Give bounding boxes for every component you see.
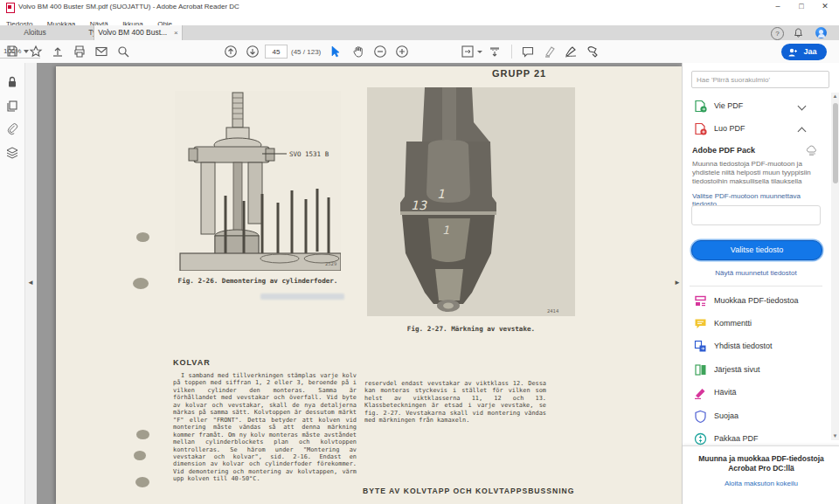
grupp-heading: GRUPP 21 xyxy=(492,68,546,79)
free-trial-link[interactable]: Aloita maksuton kokeilu xyxy=(683,480,839,487)
menu-bar: Tiedosto Muokkaa Näytä Ikkuna Ohje xyxy=(0,14,839,25)
chevron-down-icon xyxy=(24,50,29,53)
window-title: Volvo BM 400 Buster SM.pdf (SUOJATTU) - … xyxy=(18,3,239,10)
next-page-icon[interactable] xyxy=(246,45,260,59)
scroll-down-icon[interactable]: ▼ xyxy=(831,432,839,440)
byte-heading: BYTE AV KOLVTAPP OCH KOLVTAPPSBUSSNING xyxy=(363,487,575,495)
acrobat-pro-promo: Muunna ja muokkaa PDF-tiedostoja Acrobat… xyxy=(683,445,839,504)
fig27-photo-number: 2414 xyxy=(547,308,559,314)
create-pdf-icon xyxy=(694,122,707,135)
collapse-right-icon[interactable]: ► xyxy=(674,279,681,287)
tab-close-icon[interactable]: × xyxy=(174,29,178,37)
fig27-caption: Fig. 2-27. Märkning av vevstake. xyxy=(367,325,575,333)
page-fit-dropdown[interactable] xyxy=(461,45,484,59)
acrobat-app-icon xyxy=(6,3,15,13)
tool-compress-pdf[interactable]: Pakkaa PDF xyxy=(683,429,829,445)
toolbar: (45 / 123) 100% Jaa xyxy=(0,40,839,64)
pdf-pack-icon xyxy=(806,144,817,155)
highlight-icon[interactable] xyxy=(543,45,557,59)
fig26-caption: Fig. 2-26. Demontering av cylinderfoder. xyxy=(175,277,341,285)
pdf-pack-description: Muunna tiedostoja PDF-muotoon ja yhdiste… xyxy=(692,160,823,186)
file-select-input[interactable] xyxy=(691,205,821,225)
fill-sign-icon[interactable] xyxy=(586,45,600,59)
scroll-mode-icon[interactable] xyxy=(488,45,502,59)
tab-aloitus[interactable]: Aloitus xyxy=(9,25,61,40)
select-tool-icon[interactable] xyxy=(328,45,342,59)
sign-icon[interactable] xyxy=(564,45,578,59)
promo-line2: Acrobat Pro DC:llä xyxy=(683,464,839,473)
export-pdf-icon xyxy=(694,100,707,113)
hand-tool-icon[interactable] xyxy=(351,45,365,59)
faint-watermark xyxy=(260,293,344,300)
comment-tool-icon xyxy=(694,317,707,330)
fig26-photo-number: 2529 xyxy=(325,261,336,266)
page-stain xyxy=(133,278,149,289)
bell-icon[interactable] xyxy=(793,27,804,38)
tool-organize-pages[interactable]: Järjestä sivut xyxy=(683,360,829,381)
zoom-level-dropdown[interactable]: 100% xyxy=(0,45,40,59)
search-icon[interactable] xyxy=(116,45,130,59)
organize-pages-icon xyxy=(694,363,707,376)
share-upload-icon[interactable] xyxy=(51,45,65,59)
tool-edit-pdf[interactable]: Muokkaa PDF-tiedostoa xyxy=(683,291,829,312)
combine-files-icon xyxy=(694,340,707,353)
mark-13: 13 xyxy=(411,198,427,212)
panel-scrollbar[interactable]: ▲ ▼ xyxy=(831,93,839,440)
comment-icon[interactable] xyxy=(521,45,535,59)
page-stain xyxy=(136,232,149,242)
layers-icon[interactable] xyxy=(5,146,19,160)
email-icon[interactable] xyxy=(94,45,108,59)
tool-redact[interactable]: Hävitä xyxy=(683,383,829,404)
page-count-label: (45 / 123) xyxy=(291,48,321,56)
page-number-input[interactable] xyxy=(265,45,288,59)
body-column-left: I samband med tillverkningen stämplas va… xyxy=(173,372,357,483)
person-plus-icon xyxy=(787,47,798,58)
left-panel-strip: ◄ xyxy=(25,63,37,504)
tool-comment[interactable]: Kommentti xyxy=(683,314,829,335)
help-icon[interactable]: ? xyxy=(771,27,784,40)
mark-1-cap: 1 xyxy=(442,224,449,237)
scrollbar-thumb[interactable] xyxy=(833,103,838,183)
figure-2-27-photo: 1 13 1 2414 xyxy=(367,87,575,316)
avatar[interactable] xyxy=(815,27,827,38)
compress-pdf-icon xyxy=(694,432,707,445)
zoom-in-icon[interactable] xyxy=(395,45,409,59)
attachments-icon[interactable] xyxy=(5,122,19,136)
svo-tool-label: SVO 1531 B xyxy=(289,150,329,158)
page-stain xyxy=(136,430,149,439)
choose-file-button[interactable]: Valitse tiedosto xyxy=(691,240,822,260)
tool-protect[interactable]: Suojaa xyxy=(683,406,829,427)
title-bar: Volvo BM 400 Buster SM.pdf (SUOJATTU) - … xyxy=(0,0,839,15)
edit-pdf-icon xyxy=(694,294,707,307)
chevron-down-icon xyxy=(798,102,807,111)
page-thumbnails-icon[interactable] xyxy=(5,99,19,113)
view-converted-link[interactable]: Näytä muunnetut tiedostot xyxy=(683,269,829,277)
pdf-pack-title: Adobe PDF Pack xyxy=(692,146,755,155)
tab-document[interactable]: Volvo BM 400 Bust...× xyxy=(94,25,183,40)
security-lock-icon[interactable] xyxy=(5,75,19,89)
tools-search-input[interactable] xyxy=(691,71,829,88)
scroll-up-icon[interactable]: ▲ xyxy=(831,93,839,100)
tab-bar: Aloitus Työkalut Volvo BM 400 Bust...× ? xyxy=(0,25,839,41)
export-pdf-item[interactable]: Vie PDF xyxy=(683,96,829,117)
mark-1-rod: 1 xyxy=(437,187,445,201)
panel-divider xyxy=(690,286,822,287)
left-rail xyxy=(0,63,25,504)
chevron-up-icon xyxy=(798,128,807,136)
minimize-button[interactable]: – xyxy=(767,0,788,13)
document-viewer[interactable]: GRUPP 21 xyxy=(37,63,682,504)
close-button[interactable]: ✕ xyxy=(815,0,836,13)
create-pdf-item[interactable]: Luo PDF xyxy=(683,119,829,140)
zoom-out-icon[interactable] xyxy=(373,45,387,59)
promo-line1: Muunna ja muokkaa PDF-tiedostoja xyxy=(683,454,839,463)
maximize-button[interactable]: □ xyxy=(791,0,812,13)
kolvar-heading: KOLVAR xyxy=(173,358,211,367)
body-column-right: reservdel endast vevstakar av viktklass … xyxy=(364,380,546,425)
page-stain xyxy=(134,451,146,460)
tools-list: Muokkaa PDF-tiedostoa Kommentti Yhdistä … xyxy=(683,290,839,445)
print-icon[interactable] xyxy=(73,45,87,59)
previous-page-icon[interactable] xyxy=(224,45,238,59)
tool-combine-files[interactable]: Yhdistä tiedostot xyxy=(683,336,829,357)
share-button[interactable]: Jaa xyxy=(781,44,827,60)
collapse-left-icon[interactable]: ◄ xyxy=(27,279,34,287)
